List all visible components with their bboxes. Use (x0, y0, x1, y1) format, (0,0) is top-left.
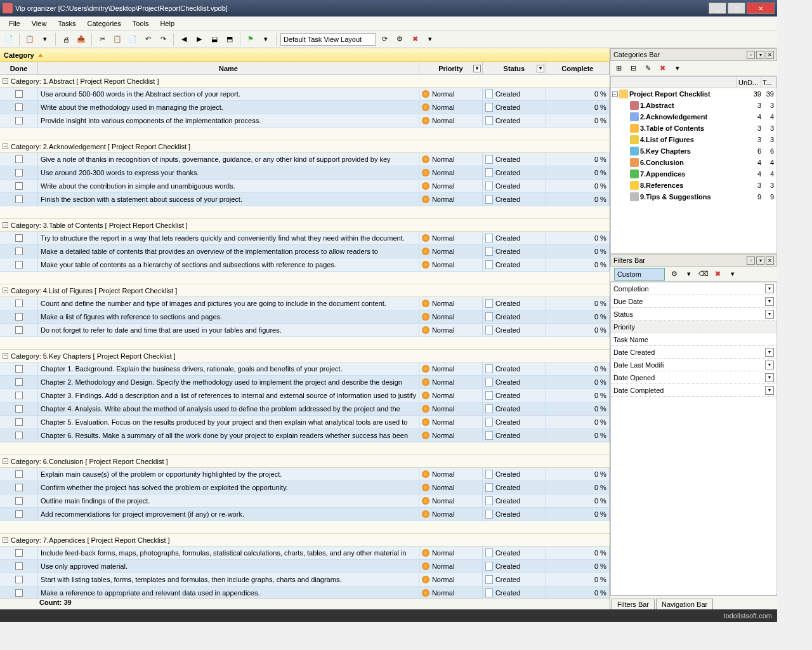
filter-row[interactable]: Date Completed▾ (611, 384, 776, 397)
checkbox-icon[interactable] (15, 405, 23, 413)
priority-cell[interactable]: Normal (419, 429, 483, 442)
expand-icon[interactable]: − (3, 537, 8, 543)
filter-drop-icon[interactable]: ▾ (765, 348, 774, 357)
checkbox-icon[interactable] (15, 169, 23, 176)
checkbox-icon[interactable] (15, 90, 23, 98)
delete-icon[interactable]: ✖ (409, 33, 421, 46)
priority-cell[interactable]: Normal (419, 166, 483, 179)
task-row[interactable]: Write about the contribution in simple a… (0, 180, 610, 193)
done-cell[interactable] (0, 573, 38, 586)
task-row[interactable]: Make a reference to appropriate and rele… (0, 587, 610, 598)
done-cell[interactable] (0, 180, 38, 192)
filter-row[interactable]: Completion▾ (611, 282, 776, 295)
status-cell[interactable]: Created (483, 166, 546, 179)
filter-row[interactable]: Priority (611, 321, 776, 333)
delete-icon[interactable]: ✖ (657, 62, 669, 75)
filter-drop-icon[interactable]: ▾ (765, 297, 774, 306)
task-row[interactable]: Start with listing tables, forms, templa… (0, 573, 610, 587)
done-cell[interactable] (0, 587, 38, 598)
panel-pin-icon[interactable]: ▾ (756, 51, 764, 59)
task-row[interactable]: Use around 500-600 words in the Abstract… (0, 88, 610, 101)
task-row[interactable]: Provide insight into various components … (0, 114, 610, 128)
category-row[interactable]: −Category: 6.Conclusion [ Project Report… (0, 455, 610, 468)
tree-item[interactable]: 6.Conclusion44 (611, 157, 776, 168)
task-row[interactable]: Chapter 6. Results. Make a summary of al… (0, 429, 610, 442)
col-done[interactable]: Done (0, 62, 38, 74)
priority-cell[interactable]: Normal (419, 153, 483, 166)
checkbox-icon[interactable] (15, 549, 23, 557)
task-row[interactable]: Explain main cause(s) of the problem or … (0, 468, 610, 481)
filter-row[interactable]: Date Last Modifi▾ (611, 359, 776, 371)
checkbox-icon[interactable] (15, 418, 23, 426)
col-status[interactable]: Status▾ (483, 62, 546, 74)
checkbox-icon[interactable] (15, 378, 23, 386)
priority-cell[interactable]: Normal (419, 297, 483, 310)
priority-cell[interactable]: Normal (419, 245, 483, 258)
tree-item[interactable]: 9.Tips & Suggestions99 (611, 191, 776, 202)
group-by-header[interactable]: Category (0, 48, 610, 62)
checkbox-icon[interactable] (15, 576, 23, 583)
status-cell[interactable]: Created (483, 324, 546, 336)
dropdown-icon[interactable]: ▾ (726, 268, 739, 281)
filter-row[interactable]: Date Opened▾ (611, 371, 776, 384)
menu-file[interactable]: File (4, 18, 25, 29)
filter-drop-icon[interactable]: ▾ (537, 65, 544, 72)
expand-icon[interactable]: − (3, 222, 8, 228)
cut-icon[interactable]: ✂ (96, 33, 108, 46)
tree-root[interactable]: −Project Report Checklist3939 (611, 88, 776, 100)
priority-cell[interactable]: Normal (419, 193, 483, 206)
task-row[interactable]: Add recommendations for project improvem… (0, 508, 610, 521)
category-row[interactable]: −Category: 7.Appendices [ Project Report… (0, 534, 610, 547)
tree-item[interactable]: 4.List of Figures33 (611, 134, 776, 145)
priority-cell[interactable]: Normal (419, 114, 483, 127)
expand-icon[interactable]: − (3, 288, 8, 293)
status-cell[interactable]: Created (483, 402, 546, 415)
nav-icon[interactable]: ⬓ (208, 33, 221, 46)
done-cell[interactable] (0, 429, 38, 442)
done-cell[interactable] (0, 547, 38, 559)
dropdown-icon[interactable]: ▾ (683, 268, 695, 281)
menu-help[interactable]: Help (155, 18, 180, 29)
edit-icon[interactable]: ✎ (642, 62, 655, 75)
status-cell[interactable]: Created (483, 481, 546, 494)
done-cell[interactable] (0, 258, 38, 271)
nav-icon[interactable]: ⬒ (223, 33, 236, 46)
nav-icon[interactable]: ◀ (178, 33, 190, 46)
filter-drop-icon[interactable]: ▾ (765, 361, 774, 369)
checkbox-icon[interactable] (15, 365, 23, 373)
panel-close-icon[interactable]: ✕ (766, 51, 774, 59)
tree-item[interactable]: 1.Abstract33 (611, 100, 776, 111)
done-cell[interactable] (0, 416, 38, 428)
priority-cell[interactable]: Normal (419, 232, 483, 244)
panel-pin-icon[interactable]: ▾ (756, 256, 764, 265)
clear-icon[interactable]: ⌫ (697, 268, 710, 281)
panel-opt-icon[interactable]: ▫ (747, 256, 755, 265)
task-row[interactable]: Do not forget to refer to date and time … (0, 324, 610, 337)
status-cell[interactable]: Created (483, 153, 546, 166)
expand-icon[interactable]: − (3, 458, 8, 464)
dropdown-icon[interactable]: ▾ (671, 62, 684, 75)
category-row[interactable]: −Category: 4.List of Figures [ Project R… (0, 284, 610, 297)
menu-categories[interactable]: Categories (82, 18, 126, 29)
task-row[interactable]: Chapter 5. Evaluation. Focus on the resu… (0, 416, 610, 429)
checkbox-icon[interactable] (15, 261, 23, 269)
priority-cell[interactable]: Normal (419, 547, 483, 559)
status-cell[interactable]: Created (483, 193, 546, 206)
priority-cell[interactable]: Normal (419, 376, 483, 388)
priority-cell[interactable]: Normal (419, 587, 483, 598)
status-cell[interactable]: Created (483, 416, 546, 428)
done-cell[interactable] (0, 508, 38, 521)
task-row[interactable]: Make a detailed table of contents that p… (0, 245, 610, 258)
checkbox-icon[interactable] (15, 392, 23, 399)
task-row[interactable]: Count and define the number and type of … (0, 297, 610, 310)
print-icon[interactable]: 🖨 (60, 33, 72, 46)
checkbox-icon[interactable] (15, 470, 23, 478)
new-item-icon[interactable]: 📋 (23, 33, 36, 46)
category-row[interactable]: −Category: 3.Table of Contents [ Project… (0, 219, 610, 232)
priority-cell[interactable]: Normal (419, 573, 483, 586)
priority-cell[interactable]: Normal (419, 180, 483, 192)
status-cell[interactable]: Created (483, 560, 546, 573)
maximize-button[interactable]: □ (728, 3, 745, 14)
task-row[interactable]: Make a list of figures with reference to… (0, 310, 610, 324)
new-doc-icon[interactable]: 📄 (3, 33, 15, 46)
